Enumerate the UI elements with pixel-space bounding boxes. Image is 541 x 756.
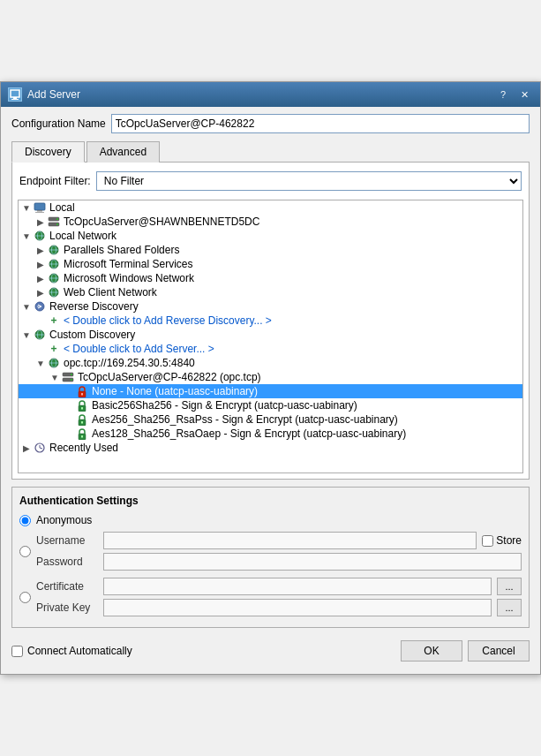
globe-icon: [47, 272, 61, 284]
store-label[interactable]: Store: [496, 534, 522, 547]
tree-expander: ▶: [20, 442, 33, 454]
private-key-browse-button[interactable]: ...: [497, 599, 522, 616]
tree-item[interactable]: ▼ opc.tcp://169.254.30.5:4840: [19, 356, 522, 370]
tree-item[interactable]: ▼ Custom Discovery: [19, 328, 522, 342]
password-input[interactable]: [103, 553, 522, 571]
certificate-row: Certificate ...: [36, 578, 522, 595]
svg-rect-43: [81, 435, 83, 438]
connect-auto-label[interactable]: Connect Automatically: [27, 645, 132, 657]
add-icon: +: [47, 314, 61, 327]
svg-point-8: [56, 218, 58, 220]
endpoint-filter-select[interactable]: No Filter: [96, 171, 522, 191]
tree-item[interactable]: Aes256_Sha256_RsaPss - Sign & Encrypt (u…: [19, 412, 522, 427]
tree-item[interactable]: + < Double click to Add Server... >: [19, 342, 522, 356]
tree-item[interactable]: ▶ TcOpcUaServer@SHAWNBENNETD5DC: [19, 215, 522, 229]
tree-label: Microsoft Terminal Services: [64, 258, 521, 270]
tree-label: Parallels Shared Folders: [64, 244, 521, 256]
globe-icon: [47, 286, 61, 299]
tree-expander: ▼: [20, 201, 33, 214]
tree-label: < Double click to Add Reverse Discovery.…: [64, 314, 521, 327]
svg-rect-37: [81, 393, 83, 396]
globe-icon: [33, 329, 47, 341]
auth-section-title: Authentication Settings: [19, 495, 522, 507]
tree-expander: ▼: [20, 300, 33, 313]
user-fields: Username Store Password: [36, 532, 522, 574]
globe-icon: [47, 244, 61, 256]
tree-expander: [63, 399, 75, 412]
store-row: Store: [482, 534, 522, 547]
reverse-discovery-icon: [33, 300, 47, 313]
connect-auto-row: Connect Automatically: [11, 645, 132, 657]
tree-label: Aes256_Sha256_RsaPss - Sign & Encrypt (u…: [92, 413, 521, 426]
svg-rect-4: [37, 210, 42, 212]
tree-expander: ▶: [34, 272, 47, 284]
server-icon: [61, 371, 75, 383]
svg-rect-39: [81, 407, 83, 410]
lock-green-icon: [75, 413, 89, 426]
tree-expander: ▼: [20, 329, 33, 341]
tab-advanced[interactable]: Advanced: [86, 141, 160, 163]
tree-expander: ▼: [34, 357, 47, 369]
tree-item-recently-used[interactable]: ▶ Recently Used: [19, 441, 522, 455]
config-name-row: Configuration Name: [11, 114, 530, 133]
tree-label: None - None (uatcp-uasc-uabinary): [92, 385, 521, 397]
tree-item[interactable]: ▼ TcOpcUaServer@CP-462822 (opc.tcp): [19, 370, 522, 384]
tree-expander: ▶: [34, 215, 47, 228]
tree-item[interactable]: ▼ Local: [19, 200, 522, 215]
tree-container[interactable]: ▼ Local ▶ TcOpcUaServer@SHAWNBENNETD5DC: [18, 200, 523, 473]
endpoint-filter-label: Endpoint Filter:: [19, 175, 91, 187]
anonymous-radio[interactable]: [19, 515, 31, 526]
tree-label: < Double click to Add Server... >: [64, 343, 521, 355]
store-checkbox[interactable]: [482, 535, 493, 547]
lock-green-icon: [75, 427, 89, 440]
action-buttons: OK Cancel: [401, 640, 530, 662]
username-input[interactable]: [103, 532, 477, 549]
lock-red-icon: [75, 385, 89, 397]
tree-item[interactable]: ▼ Local Network: [19, 229, 522, 243]
globe-icon: [47, 357, 61, 369]
username-radio[interactable]: [19, 546, 31, 557]
server-icon: [47, 215, 61, 228]
private-key-input[interactable]: [103, 599, 492, 616]
help-button[interactable]: ?: [494, 87, 512, 102]
tree-expander: ▶: [34, 244, 47, 256]
close-button[interactable]: ✕: [515, 87, 533, 102]
tree-label: Microsoft Windows Network: [64, 272, 521, 284]
tree-label: Local Network: [49, 230, 521, 242]
tree-item[interactable]: ▶ Web Client Network: [19, 285, 522, 299]
dialog-icon: [8, 87, 22, 102]
ok-button[interactable]: OK: [401, 640, 462, 662]
anonymous-label[interactable]: Anonymous: [36, 514, 92, 526]
dialog-content: Configuration Name Discovery Advanced En…: [1, 107, 540, 674]
tree-expander: ▼: [20, 230, 33, 242]
tree-expander: ▶: [34, 258, 47, 270]
certificate-input[interactable]: [103, 578, 492, 595]
certificate-browse-button[interactable]: ...: [497, 578, 522, 595]
tree-item[interactable]: ▶ Microsoft Windows Network: [19, 271, 522, 285]
connect-auto-checkbox[interactable]: [11, 646, 23, 657]
cancel-button[interactable]: Cancel: [468, 640, 530, 662]
private-key-row: Private Key ...: [36, 599, 522, 616]
tree-label: Local: [49, 201, 521, 214]
tree-label: Basic256Sha256 - Sign & Encrypt (uatcp-u…: [92, 399, 521, 412]
tree-expander: [63, 385, 75, 397]
globe-icon: [33, 230, 47, 242]
tab-discovery[interactable]: Discovery: [11, 141, 85, 163]
tree-item[interactable]: Basic256Sha256 - Sign & Encrypt (uatcp-u…: [19, 398, 522, 412]
cert-section: Certificate ... Private Key ...: [19, 578, 522, 620]
svg-point-9: [56, 223, 58, 225]
tree-item[interactable]: ▶ Parallels Shared Folders: [19, 243, 522, 257]
tree-item-none[interactable]: None - None (uatcp-uasc-uabinary): [19, 384, 522, 398]
tree-item[interactable]: ▶ Microsoft Terminal Services: [19, 257, 522, 271]
certificate-radio[interactable]: [19, 592, 31, 603]
add-icon: +: [47, 343, 61, 355]
footer-row: Connect Automatically OK Cancel: [11, 637, 530, 665]
tree-item[interactable]: + < Double click to Add Reverse Discover…: [19, 314, 522, 328]
tree-item[interactable]: Aes128_Sha256_RsaOaep - Sign & Encrypt (…: [19, 427, 522, 441]
config-name-input[interactable]: [111, 114, 530, 133]
tree-label: Recently Used: [49, 442, 521, 454]
config-name-label: Configuration Name: [11, 117, 106, 130]
tree-item[interactable]: ▼ Reverse Discovery: [19, 299, 522, 314]
tree-expander: [63, 413, 75, 426]
tree-expander: ▶: [34, 286, 47, 299]
